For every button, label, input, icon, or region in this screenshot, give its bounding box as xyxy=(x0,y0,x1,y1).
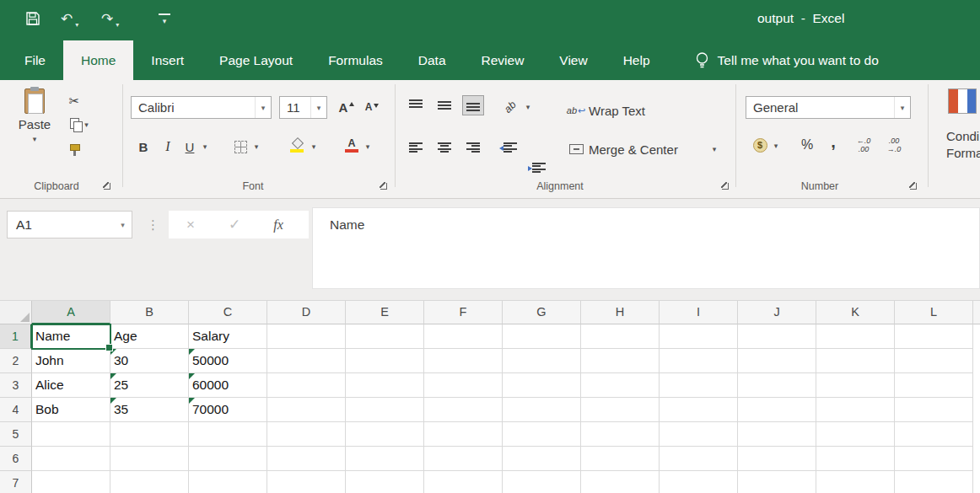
tab-data[interactable]: Data xyxy=(401,40,464,80)
borders-button[interactable] xyxy=(231,136,250,158)
cell-G4[interactable] xyxy=(503,398,581,422)
cell-A6[interactable] xyxy=(32,447,110,471)
fill-color-button[interactable] xyxy=(287,134,307,156)
column-header-L[interactable]: L xyxy=(895,301,973,324)
orientation-button[interactable]: ab xyxy=(499,97,521,117)
alignment-dialog-launcher[interactable] xyxy=(719,180,730,191)
fill-color-dropdown[interactable]: ▾ xyxy=(309,136,319,158)
cell-F6[interactable] xyxy=(424,447,503,471)
merge-center-label[interactable]: Merge & Center xyxy=(589,142,678,157)
cell-E6[interactable] xyxy=(346,447,424,471)
column-header-K[interactable]: K xyxy=(816,301,895,324)
row-header-4[interactable]: 4 xyxy=(0,398,32,422)
undo-button[interactable]: ↶ ▾ xyxy=(61,11,78,34)
tab-home[interactable]: Home xyxy=(63,40,133,80)
italic-button[interactable]: I xyxy=(159,136,176,158)
row-header-1[interactable]: 1 xyxy=(0,324,32,349)
column-header-F[interactable]: F xyxy=(424,301,503,324)
increase-indent-button[interactable] xyxy=(528,158,550,178)
column-header-D[interactable]: D xyxy=(267,301,346,324)
cell-D2[interactable] xyxy=(267,349,346,373)
cell-E1[interactable] xyxy=(346,324,424,349)
cell-L4[interactable] xyxy=(895,398,973,422)
name-box[interactable]: A1 ▾ xyxy=(7,211,132,238)
number-dialog-launcher[interactable] xyxy=(907,180,918,191)
cell-F2[interactable] xyxy=(424,349,503,373)
increase-decimal-button[interactable]: ←.0 .00 xyxy=(850,134,877,156)
cell-B7[interactable] xyxy=(110,471,189,493)
cell-I6[interactable] xyxy=(660,447,738,471)
cell-H7[interactable] xyxy=(581,471,660,493)
cell-H2[interactable] xyxy=(581,349,660,373)
cell-K6[interactable] xyxy=(816,447,895,471)
row-header-3[interactable]: 3 xyxy=(0,373,32,398)
cell-C5[interactable] xyxy=(189,422,267,447)
cell-C1[interactable]: Salary xyxy=(189,324,267,349)
cell-L2[interactable] xyxy=(895,349,973,373)
cell-G5[interactable] xyxy=(503,422,581,447)
conditional-formatting-label-line2[interactable]: Format xyxy=(946,146,980,160)
column-header-G[interactable]: G xyxy=(503,301,581,324)
column-header-A[interactable]: A xyxy=(32,301,110,324)
cell-B3[interactable]: 25 xyxy=(110,373,189,398)
insert-function-button[interactable]: fx xyxy=(256,217,300,233)
font-color-dropdown[interactable]: ▾ xyxy=(363,136,373,158)
cell-K2[interactable] xyxy=(816,349,895,373)
decrease-indent-button[interactable] xyxy=(499,137,521,158)
cell-G2[interactable] xyxy=(503,349,581,373)
conditional-formatting-icon[interactable] xyxy=(948,88,977,114)
cell-A1[interactable]: Name xyxy=(32,324,110,349)
row-header-7[interactable]: 7 xyxy=(0,471,32,493)
paste-button[interactable]: Paste ▾ xyxy=(10,85,59,173)
cell-K3[interactable] xyxy=(816,373,895,398)
column-header-E[interactable]: E xyxy=(346,301,424,324)
tab-insert[interactable]: Insert xyxy=(133,40,202,80)
cell-I3[interactable] xyxy=(660,373,738,398)
cell-H6[interactable] xyxy=(581,447,660,471)
undo-dropdown[interactable]: ▾ xyxy=(75,17,78,34)
tab-review[interactable]: Review xyxy=(464,40,542,80)
cell-J5[interactable] xyxy=(738,422,816,447)
cell-A5[interactable] xyxy=(32,422,110,447)
cell-B6[interactable] xyxy=(110,447,189,471)
underline-button[interactable]: U xyxy=(181,136,198,158)
row-header-6[interactable]: 6 xyxy=(0,447,32,471)
cell-A4[interactable]: Bob xyxy=(32,398,110,422)
cell-F1[interactable] xyxy=(424,324,503,349)
accounting-format-button[interactable]: $ xyxy=(751,134,769,156)
font-dialog-launcher[interactable] xyxy=(378,180,389,191)
cell-C2[interactable]: 50000 xyxy=(189,349,267,373)
cell-I7[interactable] xyxy=(660,471,738,493)
cell-L1[interactable] xyxy=(895,324,973,349)
tab-page-layout[interactable]: Page Layout xyxy=(202,40,310,80)
cell-D6[interactable] xyxy=(267,447,346,471)
format-painter-button[interactable] xyxy=(64,141,84,159)
cell-C7[interactable] xyxy=(189,471,267,493)
cell-H3[interactable] xyxy=(581,373,660,398)
bold-button[interactable]: B xyxy=(134,136,153,158)
cell-L3[interactable] xyxy=(895,373,973,398)
formula-bar-input[interactable]: Name xyxy=(312,207,980,289)
cell-C3[interactable]: 60000 xyxy=(189,373,267,398)
column-header-I[interactable]: I xyxy=(660,301,738,324)
enter-button[interactable]: ✓ xyxy=(213,216,256,233)
font-size-select[interactable]: 11 ▾ xyxy=(279,96,327,119)
qat-customize-button[interactable]: ▾ xyxy=(159,13,170,25)
cell-F3[interactable] xyxy=(424,373,503,398)
cell-F7[interactable] xyxy=(424,471,503,493)
wrap-text-button[interactable]: ab ↩ xyxy=(567,100,585,121)
align-right-button[interactable] xyxy=(462,137,484,158)
row-header-5[interactable]: 5 xyxy=(0,422,32,447)
cell-F5[interactable] xyxy=(424,422,503,447)
cell-J6[interactable] xyxy=(738,447,816,471)
decrease-decimal-button[interactable]: .00 →.0 xyxy=(880,134,907,156)
cell-J3[interactable] xyxy=(738,373,816,398)
cell-G6[interactable] xyxy=(503,447,581,471)
cell-A2[interactable]: John xyxy=(32,349,110,373)
paste-dropdown[interactable]: ▾ xyxy=(33,135,37,143)
comma-style-button[interactable]: , xyxy=(825,131,842,153)
cell-C6[interactable] xyxy=(189,447,267,471)
cell-J1[interactable] xyxy=(738,324,816,349)
cell-K1[interactable] xyxy=(816,324,895,349)
cell-K7[interactable] xyxy=(816,471,895,493)
